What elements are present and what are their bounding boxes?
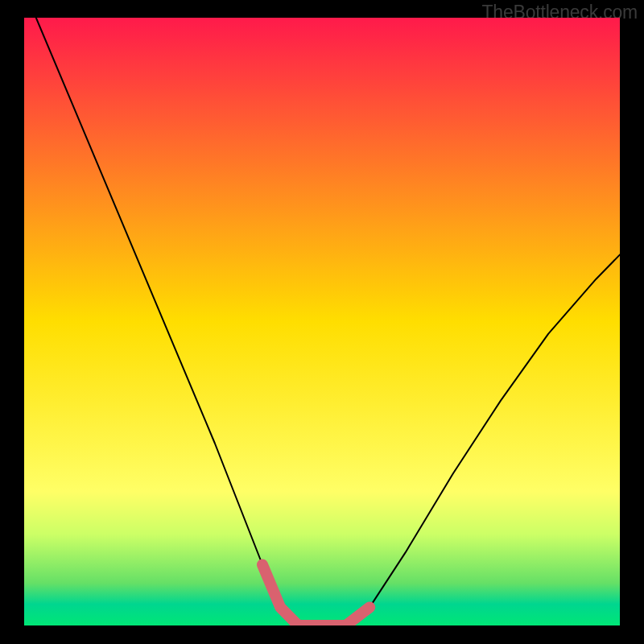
chart-background: [24, 18, 620, 625]
chart-frame: [24, 18, 620, 625]
bottleneck-chart: [24, 18, 620, 625]
